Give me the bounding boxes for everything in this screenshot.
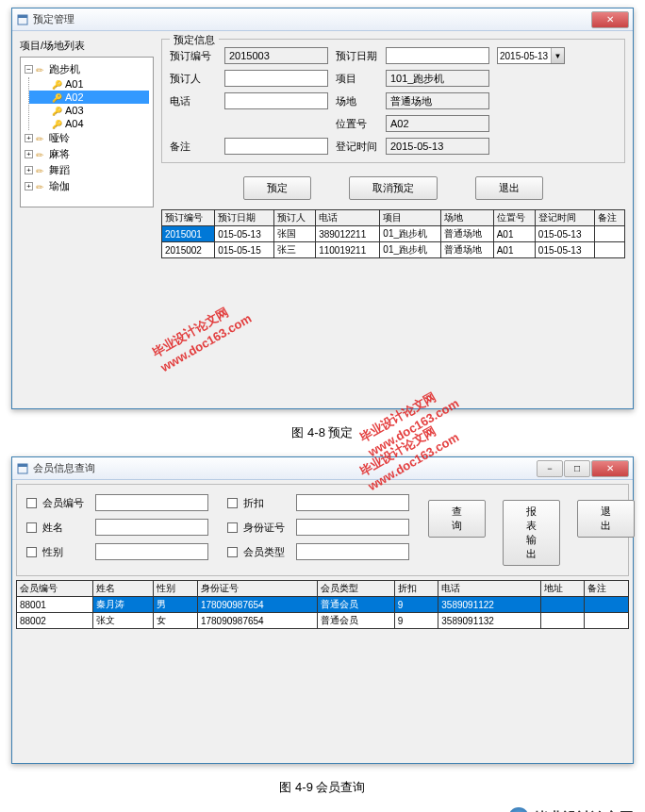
- figure-caption-1: 图 4-8 预定: [0, 417, 645, 449]
- input-name[interactable]: [95, 519, 208, 536]
- table-cell: 178090987654: [197, 613, 318, 629]
- table-row[interactable]: 88001秦月涛男178090987654普通会员93589091122: [17, 597, 629, 613]
- tree-node[interactable]: + 麻将: [25, 146, 149, 162]
- checkbox-member-type[interactable]: [227, 547, 238, 557]
- table-cell: 2015001: [162, 226, 215, 242]
- table-header[interactable]: 姓名: [93, 581, 154, 597]
- svg-rect-3: [18, 464, 27, 467]
- checkbox-discount[interactable]: [227, 498, 238, 508]
- label-name: 姓名: [42, 521, 90, 535]
- exit-button[interactable]: 退出: [577, 500, 635, 538]
- input-remarks[interactable]: [224, 138, 328, 155]
- table-header[interactable]: 场地: [440, 210, 493, 226]
- input-project[interactable]: [386, 70, 489, 87]
- table-header[interactable]: 会员编号: [17, 581, 93, 597]
- table-header[interactable]: 会员类型: [318, 581, 394, 597]
- tree-node-child[interactable]: A03: [29, 104, 149, 117]
- table-header[interactable]: 性别: [154, 581, 198, 597]
- input-member-type[interactable]: [296, 543, 409, 560]
- table-cell: 015-05-15: [215, 242, 274, 258]
- pencil-icon: [36, 181, 47, 192]
- close-button[interactable]: ✕: [591, 11, 629, 28]
- query-button[interactable]: 查询: [428, 500, 486, 538]
- tree-node[interactable]: + 哑铃: [25, 130, 149, 146]
- tree-node-label: 麻将: [49, 147, 70, 161]
- reservation-window: 预定管理 ✕ 项目/场地列表 − 跑步机 A01: [11, 8, 634, 409]
- close-button[interactable]: ✕: [591, 460, 629, 477]
- date-picker[interactable]: ▼: [497, 47, 565, 64]
- tree-node-child[interactable]: A02: [29, 91, 149, 104]
- expand-icon[interactable]: +: [25, 150, 33, 158]
- date-input[interactable]: [498, 48, 551, 63]
- input-position-no[interactable]: [386, 115, 489, 132]
- table-row[interactable]: 88002张文女178090987654普通会员93589091132: [17, 613, 629, 629]
- form-panel: 预定信息 预订编号 预订日期 ▼ 预订人 项目 电话: [157, 35, 629, 405]
- table-header[interactable]: 预订人: [273, 210, 315, 226]
- window-title: 会员信息查询: [33, 461, 537, 475]
- group-title: 预定信息: [170, 33, 219, 47]
- table-cell: [540, 613, 585, 629]
- members-table[interactable]: 会员编号姓名性别身份证号会员类型折扣电话地址备注 88001秦月涛男178090…: [16, 580, 629, 629]
- input-discount[interactable]: [296, 494, 409, 511]
- table-header[interactable]: 备注: [585, 581, 629, 597]
- table-cell: 110019211: [316, 242, 380, 258]
- maximize-button[interactable]: □: [564, 460, 590, 477]
- tree-node-root[interactable]: − 跑步机: [25, 61, 149, 77]
- book-button[interactable]: 预定: [243, 176, 311, 200]
- checkbox-idno[interactable]: [227, 522, 238, 533]
- table-header[interactable]: 项目: [380, 210, 440, 226]
- bookings-table[interactable]: 预订编号预订日期预订人电话项目场地位置号登记时间备注 2015001015-05…: [161, 209, 625, 258]
- input-reg-time[interactable]: [386, 138, 489, 155]
- pencil-icon: [36, 64, 47, 75]
- report-button[interactable]: 报表输出: [503, 500, 560, 566]
- cancel-booking-button[interactable]: 取消预定: [349, 176, 438, 200]
- tree-node[interactable]: + 舞蹈: [25, 162, 149, 178]
- tree-view[interactable]: − 跑步机 A01 A02 A03: [20, 57, 154, 207]
- tree-node-label: A02: [65, 91, 84, 103]
- table-header[interactable]: 电话: [438, 581, 540, 597]
- exit-button[interactable]: 退出: [475, 176, 543, 200]
- tree-node-child[interactable]: A01: [29, 77, 149, 91]
- collapse-icon[interactable]: −: [25, 65, 33, 74]
- minimize-button[interactable]: －: [537, 460, 563, 477]
- table-header[interactable]: 折扣: [394, 581, 438, 597]
- input-booking-no[interactable]: [224, 47, 328, 64]
- table-header[interactable]: 登记时间: [535, 210, 594, 226]
- tree-node-label: A01: [65, 78, 84, 90]
- input-idno[interactable]: [296, 519, 409, 536]
- table-cell: 88002: [17, 613, 93, 629]
- page-footer: www.56doc.com 毕业设计论文网: [0, 804, 645, 812]
- table-header[interactable]: 备注: [594, 210, 624, 226]
- table-row[interactable]: 2015001015-05-13张国38901221101_跑步机普通场地A01…: [162, 226, 625, 242]
- chevron-down-icon[interactable]: ▼: [551, 48, 564, 63]
- checkbox-member-no[interactable]: [26, 498, 37, 508]
- tree-label: 项目/场地列表: [20, 39, 154, 53]
- pencil-icon: [36, 149, 47, 160]
- table-header[interactable]: 身份证号: [197, 581, 318, 597]
- tree-node-child[interactable]: A04: [29, 117, 149, 130]
- table-cell: 普通会员: [318, 597, 394, 613]
- table-row[interactable]: 2015002015-05-15张三11001921101_跑步机普通场地A01…: [162, 242, 625, 258]
- titlebar: 预定管理 ✕: [12, 8, 633, 31]
- key-icon: [52, 105, 63, 116]
- checkbox-gender[interactable]: [26, 547, 37, 557]
- table-header[interactable]: 电话: [316, 210, 380, 226]
- input-gender[interactable]: [95, 543, 208, 560]
- input-booking-date[interactable]: [386, 47, 489, 64]
- expand-icon[interactable]: +: [25, 166, 33, 174]
- table-header[interactable]: 预订日期: [215, 210, 274, 226]
- table-header[interactable]: 位置号: [493, 210, 535, 226]
- tree-panel: 项目/场地列表 − 跑步机 A01 A02: [16, 35, 157, 405]
- table-header[interactable]: 预订编号: [162, 210, 215, 226]
- expand-icon[interactable]: +: [25, 134, 33, 142]
- checkbox-name[interactable]: [26, 522, 37, 533]
- table-header[interactable]: 地址: [540, 581, 585, 597]
- table-cell: [585, 613, 629, 629]
- input-member-no[interactable]: [95, 494, 208, 511]
- expand-icon[interactable]: +: [25, 182, 33, 191]
- input-venue[interactable]: [386, 92, 489, 109]
- input-phone[interactable]: [224, 92, 328, 109]
- tree-node[interactable]: + 瑜伽: [25, 178, 149, 194]
- input-person[interactable]: [224, 70, 328, 87]
- pencil-icon: [36, 165, 47, 176]
